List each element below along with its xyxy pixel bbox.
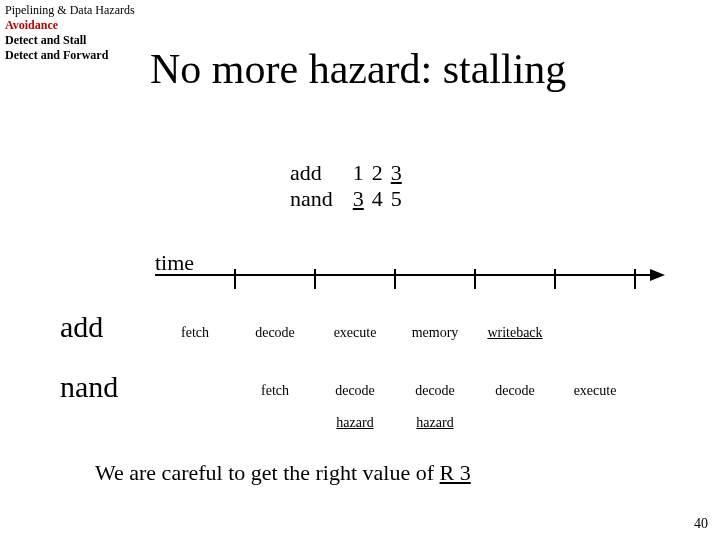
breadcrumb: Pipelining & Data Hazards Avoidance Dete… [5,3,135,63]
instruction-block: add 1 2 3 nand 3 4 5 [290,160,410,212]
stage-cell: memory [395,325,475,341]
instr-add-r1: 1 [353,160,372,186]
stage-cell: decode [315,383,395,399]
stage-cell: decode [235,325,315,341]
breadcrumb-avoidance: Avoidance [5,18,135,33]
stage-cell [555,325,635,341]
sentence-reg: R 3 [440,460,471,485]
stages-row-nand: fetch decode decode decode execute [155,383,635,399]
stage-cell [155,383,235,399]
row-label-nand: nand [60,370,118,404]
row-label-add: add [60,310,103,344]
hazard-row: hazard hazard [155,415,635,431]
instr-nand-label: nand [290,186,353,212]
instr-row-add: add 1 2 3 [290,160,410,186]
breadcrumb-stall: Detect and Stall [5,33,135,48]
hazard-cell [235,415,315,431]
stage-cell: fetch [155,325,235,341]
stage-cell: execute [555,383,635,399]
instr-add-label: add [290,160,353,186]
page-number: 40 [694,516,708,532]
hazard-cell: hazard [395,415,475,431]
instr-row-nand: nand 3 4 5 [290,186,410,212]
svg-marker-1 [650,269,665,281]
stage-cell: decode [475,383,555,399]
stages-row-add: fetch decode execute memory writeback [155,325,635,341]
stage-cell: writeback [475,325,555,341]
timeline-axis [155,265,665,295]
sentence-pre: We are careful to get the right value of [95,460,440,485]
stage-cell: fetch [235,383,315,399]
writeback-label: writeback [487,325,542,340]
page-title: No more hazard: stalling [150,45,566,93]
stage-cell: execute [315,325,395,341]
breadcrumb-forward: Detect and Forward [5,48,135,63]
hazard-cell: hazard [315,415,395,431]
hazard-label: hazard [416,415,453,430]
hazard-cell [475,415,555,431]
instr-add-r2: 2 [372,160,391,186]
footer-sentence: We are careful to get the right value of… [95,460,471,486]
instr-nand-r1: 3 [353,186,372,212]
stage-cell: decode [395,383,475,399]
instr-nand-r3: 5 [391,186,410,212]
instr-add-r3: 3 [391,160,410,186]
hazard-cell [155,415,235,431]
breadcrumb-title: Pipelining & Data Hazards [5,3,135,18]
timeline-svg [155,265,665,295]
hazard-cell [555,415,635,431]
hazard-label: hazard [336,415,373,430]
instr-nand-r2: 4 [372,186,391,212]
